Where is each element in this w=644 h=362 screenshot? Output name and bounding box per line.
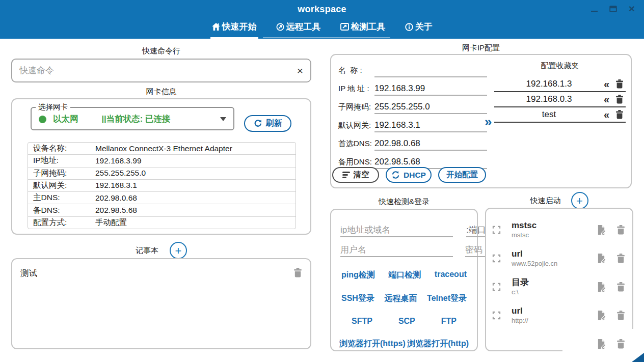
port-check-link[interactable]: 端口检测 bbox=[388, 270, 421, 281]
restore-favorite-icon[interactable]: « bbox=[604, 79, 609, 89]
chevron-down-icon[interactable] bbox=[220, 117, 226, 121]
table-row: 备DNS:202.98.5.68 bbox=[28, 204, 296, 216]
ftp-link[interactable]: FTP bbox=[441, 317, 457, 326]
launch-item-title[interactable]: url bbox=[512, 306, 528, 316]
username-input[interactable] bbox=[340, 243, 453, 257]
trash-icon[interactable] bbox=[616, 282, 625, 292]
close-button[interactable]: × bbox=[627, 4, 637, 14]
edit-icon[interactable] bbox=[597, 339, 606, 349]
host-input[interactable] bbox=[340, 224, 453, 237]
note-text: 测试 bbox=[20, 268, 37, 279]
trash-icon[interactable] bbox=[616, 339, 625, 349]
ip-config-section-label: 网卡IP配置 bbox=[330, 43, 632, 53]
clear-button[interactable]: 清空 bbox=[332, 167, 379, 183]
refresh-button[interactable]: 刷新 bbox=[244, 115, 291, 132]
quick-command-input[interactable] bbox=[19, 66, 297, 76]
ssh-login-link[interactable]: SSH登录 bbox=[341, 293, 374, 304]
gateway-field[interactable] bbox=[374, 119, 487, 132]
launch-expand-icon[interactable] bbox=[492, 226, 501, 234]
launch-item-subtitle: c:\ bbox=[512, 288, 529, 296]
home-icon bbox=[212, 23, 220, 31]
nic-select-fieldset[interactable]: 选择网卡 以太网 ||当前状态: 已连接 bbox=[31, 102, 234, 130]
trash-icon[interactable] bbox=[615, 79, 624, 89]
browser-http-link[interactable]: 浏览器打开(http) bbox=[407, 339, 469, 349]
table-row: IP地址:192.168.3.99 bbox=[28, 155, 296, 167]
edit-icon[interactable] bbox=[597, 282, 606, 292]
maximize-icon bbox=[609, 6, 617, 12]
launch-expand-icon[interactable] bbox=[492, 254, 501, 263]
dhcp-label: DHCP bbox=[404, 171, 426, 180]
add-note-button[interactable]: + bbox=[170, 242, 187, 259]
primary-dns-field[interactable] bbox=[374, 137, 487, 151]
list-item: url http:// bbox=[486, 301, 632, 329]
ip-address-field[interactable] bbox=[374, 82, 487, 96]
launch-expand-icon[interactable] bbox=[492, 311, 501, 320]
notes-panel: 测试 bbox=[11, 258, 311, 349]
launch-item-title[interactable]: url bbox=[512, 249, 557, 259]
tab-detect-tools[interactable]: 检测工具 bbox=[339, 18, 387, 39]
favorite-name: 192.168.0.3 bbox=[494, 94, 604, 104]
form-row: 备用DNS: bbox=[338, 151, 487, 169]
list-item[interactable]: 192.168.1.3 « bbox=[494, 77, 626, 92]
launch-text: url www.52pojie.cn bbox=[512, 249, 557, 268]
restore-favorite-icon[interactable]: « bbox=[604, 109, 609, 120]
config-name-field[interactable] bbox=[374, 64, 487, 77]
field-label: 名 称 : bbox=[338, 66, 374, 77]
list-item[interactable]: 192.168.0.3 « bbox=[494, 92, 626, 107]
trash-icon[interactable] bbox=[615, 95, 624, 104]
edit-icon[interactable] bbox=[597, 254, 606, 263]
host-port-row bbox=[331, 224, 477, 237]
trash-icon[interactable] bbox=[616, 311, 625, 320]
tab-remote-tools[interactable]: 远程工具 bbox=[275, 18, 323, 39]
subnet-mask-field[interactable] bbox=[374, 100, 487, 114]
row-value: 202.98.5.68 bbox=[95, 206, 137, 215]
add-launch-item-button[interactable]: + bbox=[571, 192, 588, 209]
quick-launch-panel: mstsc mstsc url www.52pojie.cn 目录 c:\ ur… bbox=[485, 208, 633, 351]
launch-expand-icon[interactable] bbox=[492, 283, 501, 291]
apply-favorite-arrow-icon[interactable]: » bbox=[485, 114, 492, 130]
trash-icon[interactable] bbox=[293, 268, 302, 277]
trash-icon[interactable] bbox=[616, 254, 625, 263]
trash-icon[interactable] bbox=[616, 225, 625, 235]
nic-info-table: 设备名称:Mellanox ConnectX-3 Ethernet Adapte… bbox=[28, 142, 296, 229]
tab-about[interactable]: 关于 bbox=[404, 18, 434, 39]
trash-icon[interactable] bbox=[615, 110, 624, 119]
nic-info-panel: 选择网卡 以太网 ||当前状态: 已连接 刷新 设备名称:Mellanox Co… bbox=[11, 98, 311, 235]
row-label: 备DNS: bbox=[28, 205, 95, 216]
row-value: Mellanox ConnectX-3 Ethernet Adapter bbox=[95, 144, 232, 153]
edit-icon[interactable] bbox=[597, 311, 606, 320]
row-label: 设备名称: bbox=[28, 143, 95, 154]
remote-desktop-link[interactable]: 远程桌面 bbox=[384, 293, 417, 304]
apply-label: 开始配置 bbox=[446, 170, 478, 180]
list-item[interactable]: test « bbox=[494, 107, 626, 123]
browser-https-link[interactable]: 浏览器打开(https) bbox=[339, 339, 406, 349]
config-favorites: 配置收藏夹 192.168.1.3 « 192.168.0.3 « test « bbox=[494, 59, 626, 123]
launch-item-title[interactable]: mstsc bbox=[512, 220, 536, 231]
nic-select-row[interactable]: 以太网 ||当前状态: 已连接 bbox=[32, 112, 233, 125]
window-controls: × bbox=[589, 4, 637, 14]
dhcp-button[interactable]: DHCP bbox=[386, 167, 432, 183]
list-item[interactable]: 测试 bbox=[12, 259, 310, 279]
minimize-button[interactable] bbox=[589, 4, 599, 14]
row-label: 主DNS: bbox=[28, 192, 95, 203]
tabbar-baseline bbox=[263, 37, 390, 38]
apply-config-button[interactable]: 开始配置 bbox=[438, 167, 486, 183]
maximize-button[interactable] bbox=[608, 4, 618, 14]
sftp-link[interactable]: SFTP bbox=[352, 317, 372, 326]
row-label: 配置方式: bbox=[28, 217, 95, 228]
link-row: SFTP SCP FTP bbox=[331, 317, 477, 326]
favorites-header[interactable]: 配置收藏夹 bbox=[494, 59, 626, 71]
launch-item-title[interactable]: 目录 bbox=[512, 277, 529, 288]
scp-link[interactable]: SCP bbox=[398, 317, 415, 326]
restore-favorite-icon[interactable]: « bbox=[604, 94, 609, 104]
ping-link[interactable]: ping检测 bbox=[341, 270, 375, 281]
favorite-name: test bbox=[494, 109, 604, 120]
clear-input-icon[interactable]: × bbox=[297, 65, 303, 76]
quick-launch-section-label: 快速启动 bbox=[530, 196, 561, 206]
field-label: 子网掩码: bbox=[338, 102, 374, 114]
tab-quick-start[interactable]: 快速开始 bbox=[210, 18, 258, 39]
info-icon bbox=[405, 23, 413, 31]
edit-icon[interactable] bbox=[597, 225, 606, 235]
traceroute-link[interactable]: traceout bbox=[435, 270, 467, 281]
telnet-login-link[interactable]: Telnet登录 bbox=[427, 293, 467, 304]
